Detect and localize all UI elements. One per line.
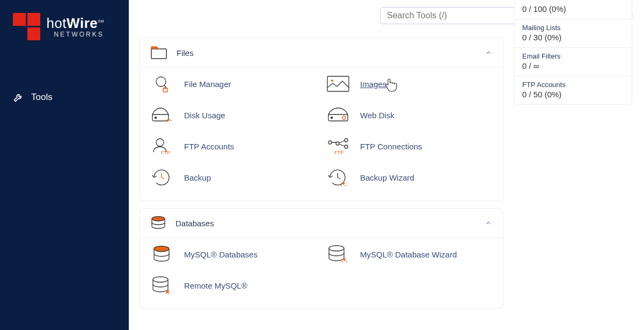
panel-header-databases[interactable]: Databases <box>140 209 503 238</box>
sidebar: hotWireSM NETWORKS Tools <box>0 0 129 330</box>
tool-label: File Manager <box>184 80 231 89</box>
svg-point-11 <box>342 116 346 119</box>
svg-point-19 <box>152 217 165 221</box>
tool-label: Backup <box>184 173 211 182</box>
nav-item-tools[interactable]: Tools <box>0 85 129 109</box>
stat-label: Email Filters <box>522 52 624 60</box>
stats-panel: 0 / 100 (0%) Mailing Lists 0 / 30 (0%) E… <box>514 0 632 105</box>
tool-label: MySQL® Database Wizard <box>360 250 457 259</box>
svg-point-8 <box>155 117 157 119</box>
nav-label-tools: Tools <box>31 92 53 103</box>
svg-point-17 <box>336 142 339 145</box>
svg-rect-5 <box>327 76 349 91</box>
svg-point-20 <box>154 246 169 252</box>
tool-label: FTP Connections <box>360 142 422 151</box>
svg-point-6 <box>331 80 333 82</box>
stat-label: Mailing Lists <box>522 24 624 32</box>
main: 0 / 100 (0%) Mailing Lists 0 / 30 (0%) E… <box>129 0 644 330</box>
tool-label: MySQL® Databases <box>184 250 258 259</box>
brand-sm: SM <box>98 19 104 23</box>
chevron-up-icon[interactable] <box>485 219 492 227</box>
panel-files: Files File Manager Images <box>140 38 503 200</box>
file-manager-icon <box>151 74 173 94</box>
tool-images[interactable]: Images <box>327 74 492 94</box>
tool-ftp-connections[interactable]: FTP FTP Connections <box>327 137 492 156</box>
tool-label: Web Disk <box>360 111 394 120</box>
tool-label: Remote MySQL® <box>184 281 247 290</box>
tool-ftp-accounts[interactable]: FTP FTP Accounts <box>151 137 316 156</box>
brand-name-light: hot <box>46 15 67 31</box>
tool-file-manager[interactable]: File Manager <box>151 74 316 94</box>
stat-row: FTP Accounts 0 / 50 (0%) <box>515 76 632 104</box>
tool-label: Images <box>360 80 386 89</box>
images-icon <box>327 74 349 94</box>
svg-point-15 <box>345 139 348 142</box>
tool-mysql-wizard[interactable]: MySQL® Database Wizard <box>327 245 492 264</box>
stat-row: Email Filters 0 / ∞ <box>515 48 632 76</box>
cursor-pointer-icon <box>384 77 398 92</box>
tool-mysql-databases[interactable]: MySQL® Databases <box>151 245 316 264</box>
svg-point-21 <box>329 246 344 251</box>
tool-remote-mysql[interactable]: Remote MySQL® <box>151 276 316 295</box>
svg-point-16 <box>345 145 348 148</box>
brand-name-bold: Wire <box>67 15 98 31</box>
tool-label: Disk Usage <box>184 111 225 120</box>
stat-label: FTP Accounts <box>522 81 624 89</box>
backup-icon <box>151 168 173 187</box>
stat-row: Mailing Lists 0 / 30 (0%) <box>515 19 632 48</box>
stat-value: 0 / 100 (0%) <box>522 4 624 13</box>
wrench-icon <box>13 92 24 103</box>
nav: Tools <box>0 85 129 109</box>
disk-usage-icon <box>151 105 173 125</box>
svg-point-10 <box>331 117 333 119</box>
tool-backup-wizard[interactable]: Backup Wizard <box>327 168 492 187</box>
tool-web-disk[interactable]: Web Disk <box>327 105 492 125</box>
panel-header-files[interactable]: Files <box>140 38 503 68</box>
tool-disk-usage[interactable]: Disk Usage <box>151 105 316 125</box>
mysql-db-icon <box>151 245 173 264</box>
web-disk-icon <box>327 105 349 125</box>
tool-backup[interactable]: Backup <box>151 168 316 187</box>
ftp-connections-icon: FTP <box>327 137 349 156</box>
stat-value: 0 / 30 (0%) <box>522 33 624 42</box>
svg-point-12 <box>156 139 164 146</box>
panel-title: Files <box>177 48 475 58</box>
svg-text:FTP: FTP <box>334 150 343 155</box>
brand-sub: NETWORKS <box>46 31 104 38</box>
backup-wizard-icon <box>327 168 349 187</box>
stat-value: 0 / ∞ <box>522 61 624 70</box>
folder-icon <box>151 46 167 60</box>
brand-logo: hotWireSM NETWORKS <box>0 0 129 53</box>
stat-value: 0 / 50 (0%) <box>522 90 624 99</box>
svg-text:FTP: FTP <box>161 150 170 155</box>
panel-databases: Databases MySQL® Databases MySQL® Databa <box>140 208 503 309</box>
svg-point-14 <box>328 141 332 144</box>
tool-label: FTP Accounts <box>184 142 234 151</box>
panel-title: Databases <box>175 219 475 228</box>
svg-point-22 <box>153 277 168 282</box>
svg-rect-3 <box>151 49 166 59</box>
database-icon <box>151 216 166 230</box>
svg-point-4 <box>156 77 166 87</box>
stat-row: 0 / 100 (0%) <box>515 0 632 19</box>
mysql-wizard-icon <box>327 245 349 264</box>
remote-mysql-icon <box>151 276 173 295</box>
tool-label: Backup Wizard <box>360 173 414 182</box>
ftp-accounts-icon: FTP <box>151 137 173 156</box>
chevron-up-icon[interactable] <box>485 49 492 56</box>
